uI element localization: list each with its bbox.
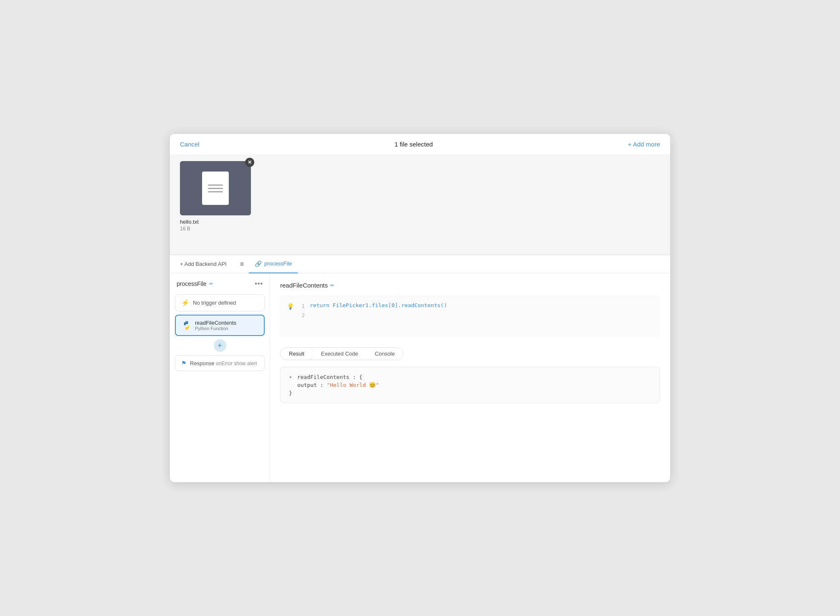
output-root-line: ▾ readFileContents : { [289,374,651,380]
line-number-1: 1 [298,303,305,309]
result-tabs: Result Executed Code Console [280,347,403,360]
more-options-button[interactable]: ••• [255,280,263,288]
file-name: hello.txt [180,219,251,225]
bulb-icon: 💡 [287,303,294,310]
trigger-block[interactable]: ⚡ No trigger defined [175,294,265,311]
trigger-label: No trigger defined [193,300,236,306]
output-close: } [289,390,651,396]
tab-label: processFile [264,260,292,267]
code-panel-header: readFileContents ✏ [280,282,660,289]
code-editor[interactable]: 💡 1 return FilePicker1.files[0].readCont… [280,295,660,337]
response-icon: ⚑ [181,360,187,366]
response-text: Response [190,360,215,366]
file-picker-section: Cancel 1 file selected + Add more ✕ hell… [170,134,670,255]
output-section: ▾ readFileContents : { output : "Hello W… [280,367,660,403]
console-tab[interactable]: Console [367,348,403,360]
response-label: Response onError show alert [190,360,257,366]
trigger-icon: ⚡ [181,299,190,307]
step-type: Python Function [195,326,258,331]
result-tab[interactable]: Result [281,348,313,360]
step-block[interactable]: readFileContents Python Function [175,315,265,336]
sidebar-title: processFile ✏ [177,280,213,287]
output-close-brace: } [289,390,292,396]
add-backend-api-button[interactable]: + Add Backend API [180,261,232,267]
svg-point-1 [187,329,187,329]
step-name: readFileContents [195,320,258,326]
sidebar-process-name: processFile [177,280,207,287]
sidebar-title-row: processFile ✏ ••• [175,280,265,288]
main-content: processFile ✏ ••• ⚡ No trigger defined [170,273,670,482]
line-gutter-1: 💡 1 [287,302,305,310]
file-count-label: 1 file selected [395,141,433,148]
plus-icon: + [218,341,222,350]
line-number-2: 2 [298,313,305,318]
python-icon [182,321,192,331]
backend-nav: + Add Backend API ≡ 🔗 processFile [170,255,670,273]
svg-point-0 [186,321,186,322]
collapse-icon[interactable]: ▾ [289,374,292,380]
process-file-tab[interactable]: 🔗 processFile [249,255,298,273]
code-edit-icon[interactable]: ✏ [330,283,334,288]
file-doc-line-2 [208,188,223,189]
output-field-value: "Hello World 😊" [326,382,379,388]
file-card: ✕ hello.txt 16 B [180,161,251,232]
file-doc-icon [202,172,229,205]
response-detail: onError show alert [216,361,257,366]
code-line-1: 💡 1 return FilePicker1.files[0].readCont… [287,302,653,311]
code-line-2: 💡 2 [287,311,653,321]
menu-icon-button[interactable]: ≡ [235,260,249,268]
cancel-button[interactable]: Cancel [180,141,200,148]
link-icon: 🔗 [255,260,262,267]
file-remove-button[interactable]: ✕ [245,158,254,167]
output-root-key: readFileContents : { [297,374,363,380]
code-text-1: return FilePicker1.files[0].readContents… [310,302,447,308]
code-panel-title: readFileContents [280,282,328,289]
output-inner: output : "Hello World 😊" [289,382,651,388]
more-icon: ••• [255,280,263,287]
executed-code-tab[interactable]: Executed Code [313,348,367,360]
sidebar: processFile ✏ ••• ⚡ No trigger defined [170,273,270,482]
add-more-button[interactable]: + Add more [628,141,660,148]
file-size: 16 B [180,226,251,232]
add-step-button[interactable]: + [214,339,226,352]
sidebar-edit-icon[interactable]: ✏ [209,281,213,287]
output-colon: : [320,382,327,388]
file-doc-line-1 [208,184,223,186]
output-field-key: output [297,382,317,388]
main-container: Cancel 1 file selected + Add more ✕ hell… [170,134,670,482]
file-thumbnail [180,161,251,215]
hamburger-icon: ≡ [240,260,244,268]
line-gutter-2: 💡 2 [287,311,305,319]
file-picker-content: ✕ hello.txt 16 B [170,154,670,255]
code-panel: readFileContents ✏ 💡 1 return FilePicker… [270,273,670,482]
file-doc-line-3 [208,191,223,192]
file-picker-header: Cancel 1 file selected + Add more [170,134,670,154]
step-info: readFileContents Python Function [195,320,258,331]
response-block[interactable]: ⚑ Response onError show alert [175,355,265,371]
